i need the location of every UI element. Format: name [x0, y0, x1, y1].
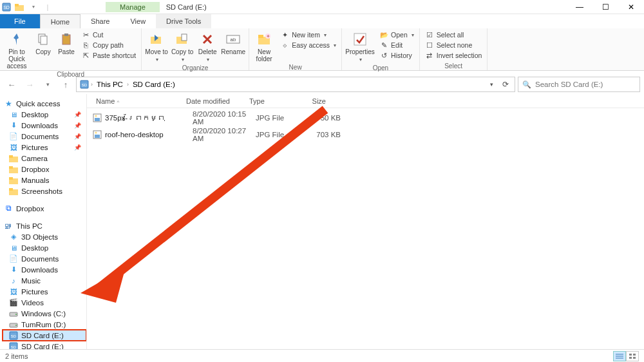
pin-to-quick-access-button[interactable]: Pin to Quick access [3, 30, 31, 71]
invert-selection-button[interactable]: ⇄Invert selection [422, 50, 485, 61]
search-box[interactable]: 🔍 [518, 77, 640, 92]
copy-button[interactable]: Copy [32, 30, 54, 57]
svg-rect-7 [64, 33, 68, 36]
forward-button[interactable]: → [22, 77, 37, 92]
crumb-sep-icon[interactable]: › [127, 81, 129, 88]
status-item-count: 2 items [5, 352, 28, 360]
tree-item-windows-c-[interactable]: Windows (C:) [3, 308, 86, 319]
pin-indicator-icon: 📌 [74, 133, 84, 140]
tree-item-pictures[interactable]: 🖼Pictures [3, 286, 86, 297]
tree-item-pictures[interactable]: 🖼Pictures📌 [3, 142, 86, 153]
file-date: 8/20/2020 10:27 AM [193, 127, 256, 142]
tab-file[interactable]: File [0, 14, 40, 28]
svg-rect-3 [15, 4, 19, 6]
file-name: roof-hero-desktop [105, 131, 193, 138]
up-button[interactable]: ↑ [58, 77, 73, 92]
easy-access-button[interactable]: ⟐Easy access▾ [278, 40, 339, 50]
move-to-button[interactable]: Move to▾ [144, 30, 169, 64]
col-date[interactable]: Date modified [182, 95, 245, 107]
copy-path-button[interactable]: ⎘Copy path [79, 40, 138, 50]
pin-indicator-icon: 📌 [74, 144, 84, 151]
crumb-sep-icon[interactable]: › [91, 81, 93, 88]
file-row[interactable]: 375px-ព្រែកម្ពុ8/20/2020 10:15 AMJPG Fil… [87, 110, 644, 126]
status-bar: 2 items [0, 349, 644, 362]
tree-item-sd-card-e-[interactable]: SDSD Card (E:) [3, 341, 86, 349]
search-input[interactable] [535, 81, 636, 88]
address-bar[interactable]: SD › This PC › SD Card (E:) ▾ ⟳ [76, 77, 515, 92]
this-pc-icon: 🖳 [4, 222, 13, 231]
thumbnails-view-button[interactable] [626, 351, 639, 361]
tree-item-3d-objects[interactable]: ◈3D Objects [3, 231, 86, 242]
nav-tree[interactable]: ★Quick access 🖥Desktop📌⬇Downloads📌📄Docum… [0, 94, 87, 349]
svg-rect-40 [95, 135, 100, 138]
sd-icon: SD [9, 331, 18, 340]
copy-to-button[interactable]: Copy to▾ [170, 30, 194, 64]
svg-text:✦: ✦ [266, 33, 270, 39]
tree-item-documents[interactable]: 📄Documents📌 [3, 131, 86, 142]
downloads-icon: ⬇ [9, 265, 18, 274]
column-headers: Name ^ Date modified Type Size [87, 94, 644, 108]
maximize-button[interactable]: ☐ [592, 0, 618, 14]
history-dropdown-button[interactable]: ▾ [40, 77, 55, 92]
edit-button[interactable]: ✎Edit [377, 40, 417, 50]
open-button[interactable]: 📂Open▾ [377, 30, 417, 40]
edit-icon: ✎ [379, 41, 388, 50]
cut-button[interactable]: ✂Cut [79, 30, 138, 40]
col-size[interactable]: Size [292, 95, 330, 107]
col-name[interactable]: Name ^ [92, 95, 182, 107]
cut-icon: ✂ [81, 30, 90, 39]
tree-this-pc-root[interactable]: 🖳This PC [3, 220, 86, 231]
refresh-button[interactable]: ⟳ [499, 78, 512, 91]
address-dropdown-button[interactable]: ▾ [485, 78, 498, 91]
qat-dropdown-icon[interactable]: ▾ [27, 1, 40, 14]
tab-drive-tools[interactable]: Drive Tools [156, 14, 211, 28]
tree-item-desktop[interactable]: 🖥Desktop📌 [3, 109, 86, 120]
rename-button[interactable]: abRename [220, 30, 246, 57]
tree-item-sd-card-e-[interactable]: SDSD Card (E:) [3, 330, 86, 341]
tree-item-manuals[interactable]: Manuals [3, 175, 86, 186]
tab-share[interactable]: Share [80, 14, 120, 28]
pin-label: Pin to Quick access [3, 48, 30, 70]
tree-item-desktop[interactable]: 🖥Desktop [3, 242, 86, 253]
organize-group-label: Organize [144, 64, 246, 72]
tree-item-documents[interactable]: 📄Documents [3, 253, 86, 264]
delete-button[interactable]: Delete▾ [196, 30, 219, 64]
col-type[interactable]: Type [245, 95, 292, 107]
tab-view[interactable]: View [120, 14, 156, 28]
back-button[interactable]: ← [4, 77, 19, 92]
ribbon-group-organize: Move to▾ Copy to▾ Delete▾ abRename Organ… [142, 28, 249, 70]
breadcrumb-sd-card[interactable]: SD Card (E:) [130, 79, 178, 90]
tree-item-downloads[interactable]: ⬇Downloads [3, 264, 86, 275]
easy-access-icon: ⟐ [280, 41, 289, 50]
paste-shortcut-button[interactable]: ⇱Paste shortcut [79, 50, 138, 61]
svg-rect-45 [629, 354, 632, 356]
tree-item-downloads[interactable]: ⬇Downloads📌 [3, 120, 86, 131]
paste-icon [57, 31, 75, 48]
new-item-button[interactable]: ✦New item▾ [278, 30, 339, 40]
tree-item-music[interactable]: ♪Music [3, 275, 86, 286]
tree-quick-access-root[interactable]: ★Quick access [3, 98, 86, 109]
svg-text:SD: SD [3, 5, 10, 10]
select-none-button[interactable]: ☐Select none [422, 40, 485, 50]
paste-button[interactable]: Paste [55, 30, 77, 57]
close-button[interactable]: ✕ [618, 0, 644, 14]
minimize-button[interactable]: — [567, 0, 592, 14]
properties-button[interactable]: Properties▾ [345, 30, 375, 64]
breadcrumb-this-pc[interactable]: This PC [94, 79, 126, 90]
file-row[interactable]: roof-hero-desktop8/20/2020 10:27 AMJPG F… [87, 126, 644, 143]
tree-item-videos[interactable]: 🎬Videos [3, 297, 86, 308]
qat-folder-icon[interactable] [13, 1, 26, 14]
tree-dropbox-root[interactable]: ⧉Dropbox [3, 203, 86, 214]
title-bar: SD ▾ | Manage SD Card (E:) — ☐ ✕ [0, 0, 644, 14]
tree-item-tumrum-d-[interactable]: TumRum (D:) [3, 319, 86, 330]
new-folder-button[interactable]: ✦New folder [252, 30, 276, 64]
history-button[interactable]: ↺History [377, 50, 417, 61]
select-all-button[interactable]: ☑Select all [422, 30, 485, 40]
details-view-button[interactable] [613, 351, 626, 361]
tree-item-camera[interactable]: Camera [3, 153, 86, 164]
file-list[interactable]: 375px-ព្រែកម្ពុ8/20/2020 10:15 AMJPG Fil… [87, 108, 644, 144]
tab-home[interactable]: Home [40, 14, 80, 28]
tree-item-dropbox[interactable]: Dropbox [3, 164, 86, 175]
tree-item-screenshots[interactable]: Screenshots [3, 186, 86, 196]
contextual-tab-manage[interactable]: Manage [106, 2, 160, 12]
